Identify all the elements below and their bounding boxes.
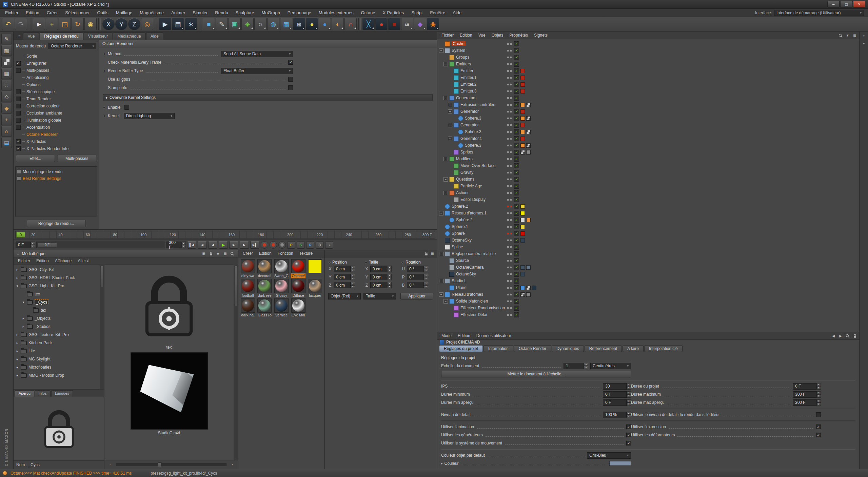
- render-setting-checkbox[interactable]: ✓: [16, 61, 21, 66]
- interface-dropdown[interactable]: Interface de démarrage (Utilisateur) ▾: [774, 10, 864, 16]
- enable-check-icon[interactable]: ✓: [514, 68, 519, 74]
- object-system[interactable]: −System✓: [437, 47, 859, 54]
- attr-input-dur-e-maximum-stepper[interactable]: ▲▼: [816, 391, 821, 398]
- render-setting-checkbox[interactable]: [16, 104, 21, 108]
- workplane-mode-button[interactable]: ▦: [1, 68, 12, 79]
- render-visibility-dot[interactable]: [510, 239, 512, 242]
- browser-folder-tex[interactable]: tex: [14, 290, 100, 298]
- expand-arrow-icon[interactable]: ▸: [22, 317, 25, 320]
- dock-handle-icon[interactable]: ≡: [861, 33, 867, 39]
- enable-check-icon[interactable]: ✓: [514, 245, 519, 250]
- editor-visibility-dot[interactable]: [507, 232, 509, 235]
- object-generator-1[interactable]: −Generator.1✓: [437, 135, 859, 142]
- goto-end-button[interactable]: ▶▌: [250, 241, 259, 249]
- enable-check-icon[interactable]: ✓: [514, 285, 519, 290]
- object-tag-icon[interactable]: [520, 238, 525, 243]
- object-menu-objets[interactable]: Objets: [489, 32, 507, 39]
- object-tag-icon[interactable]: [520, 150, 525, 154]
- enable-check-icon[interactable]: ✓: [514, 116, 519, 121]
- object-generators[interactable]: −Generators✓: [437, 95, 859, 101]
- object-sph-re-2[interactable]: Sphère.2✓: [437, 216, 859, 223]
- render-setting-x-particles-render-info[interactable]: ✓X-Particles Render Info: [15, 145, 97, 152]
- editor-visibility-dot[interactable]: [507, 43, 509, 45]
- render-visibility-dot[interactable]: [510, 43, 512, 45]
- next-key-button[interactable]: ▶: [240, 241, 249, 249]
- main-menu-fen-tre[interactable]: Fenêtre: [427, 9, 449, 17]
- enable-check-icon[interactable]: ✓: [514, 204, 519, 209]
- expand-toggle-icon[interactable]: −: [439, 211, 443, 215]
- editor-visibility-dot[interactable]: [507, 185, 509, 187]
- expand-toggle-icon[interactable]: −: [439, 292, 443, 297]
- attr-input-dur-e-minimum[interactable]: 0 F▲▼: [603, 391, 631, 398]
- add-light-menu[interactable]: ●: [306, 18, 318, 30]
- coordinate-system-toggle[interactable]: ◎: [141, 18, 153, 30]
- editor-visibility-dot[interactable]: [507, 165, 509, 167]
- checkbox-enable[interactable]: [124, 105, 129, 110]
- expand-arrow-icon[interactable]: ▸: [16, 349, 19, 353]
- render-setting-correction-couleur[interactable]: Correction couleur: [15, 102, 97, 109]
- object-tag-icon[interactable]: [520, 292, 525, 297]
- enable-check-icon[interactable]: ✓: [514, 129, 519, 134]
- editor-visibility-dot[interactable]: [507, 239, 509, 242]
- editor-visibility-dot[interactable]: [507, 63, 509, 65]
- stepper-down-icon[interactable]: ▼: [816, 386, 821, 390]
- object-tag-icon[interactable]: [526, 150, 531, 154]
- enable-check-icon[interactable]: ✓: [514, 299, 519, 304]
- object-tag-icon[interactable]: [526, 103, 531, 107]
- lock-x-axis-toggle[interactable]: X: [102, 18, 115, 30]
- object-sph-re-3[interactable]: Sphère.3✓: [437, 128, 859, 135]
- coord-input-rotation-p-stepper[interactable]: ▲▼: [424, 274, 428, 280]
- next-frame-button[interactable]: ▶: [229, 241, 238, 249]
- current-frame-field[interactable]: 0 F▲▼: [16, 242, 35, 248]
- expand-toggle-icon[interactable]: −: [443, 157, 448, 161]
- expand-toggle-icon[interactable]: −: [448, 137, 452, 141]
- browser-folder-cycs[interactable]: ▾_Cycs: [14, 298, 100, 306]
- tab-visualiseur[interactable]: Visualiseur: [84, 33, 112, 40]
- enable-check-icon[interactable]: ✓: [514, 211, 519, 216]
- dropdown-render-buffer-type[interactable]: Float Buffer▾: [221, 68, 293, 74]
- stepper-up-icon[interactable]: ▲: [424, 266, 428, 269]
- enable-check-icon[interactable]: ✓: [514, 62, 519, 67]
- editor-visibility-dot[interactable]: [507, 49, 509, 52]
- editor-visibility-dot[interactable]: [507, 56, 509, 59]
- browser-folder-studios[interactable]: ▸_Studios: [14, 323, 100, 331]
- object-groups[interactable]: Groups✓: [437, 54, 859, 61]
- render-setting-checkbox[interactable]: ✓: [16, 139, 21, 144]
- material-football[interactable]: football: [240, 279, 256, 298]
- object-spline[interactable]: Spline✓: [437, 244, 859, 250]
- effect-button[interactable]: Effet...: [16, 155, 55, 162]
- editor-visibility-dot[interactable]: [507, 131, 509, 133]
- model-mode-button[interactable]: ▧: [1, 45, 12, 56]
- keyframe-selection-button[interactable]: [278, 241, 286, 249]
- enable-check-icon[interactable]: ✓: [514, 123, 519, 128]
- enable-check-icon[interactable]: ✓: [514, 231, 519, 236]
- browser-folder-tex[interactable]: tex: [14, 306, 100, 314]
- add-generator-menu[interactable]: ▣: [229, 18, 241, 30]
- stepper-down-icon[interactable]: ▼: [816, 402, 821, 406]
- render-setting-checkbox[interactable]: [16, 68, 21, 73]
- render-visibility-dot[interactable]: [510, 131, 512, 133]
- enable-check-icon[interactable]: ✓: [514, 150, 519, 155]
- checkbox-check-materials-every-frame[interactable]: ✓: [288, 60, 293, 65]
- preview-tab-infos[interactable]: Infos: [35, 390, 51, 397]
- render-setting-sortie[interactable]: Sortie: [15, 53, 97, 60]
- material-glass-o[interactable]: Glass (o: [257, 298, 273, 317]
- object-tag-icon[interactable]: [520, 89, 525, 94]
- tab-vue[interactable]: Vue: [23, 33, 39, 40]
- main-menu-animer[interactable]: Animer: [167, 9, 189, 17]
- editor-visibility-dot[interactable]: [507, 266, 509, 269]
- checkbox-utiliser-le-syst-me-de-mouvement[interactable]: ✓: [626, 441, 631, 445]
- render-visibility-dot[interactable]: [510, 280, 512, 282]
- color-swatch[interactable]: [609, 461, 631, 466]
- attr-input-ips-stepper[interactable]: ▲▼: [627, 383, 631, 390]
- render-visibility-dot[interactable]: [510, 165, 512, 167]
- minimize-button[interactable]: –: [827, 1, 840, 7]
- object-menu-vue[interactable]: Vue: [475, 32, 489, 39]
- view-grid-icon[interactable]: ▦: [852, 33, 858, 38]
- editor-visibility-dot[interactable]: [507, 199, 509, 201]
- object-tag-icon[interactable]: [520, 76, 525, 80]
- prev-frame-button[interactable]: ◀: [208, 241, 217, 249]
- enable-check-icon[interactable]: ✓: [514, 265, 519, 270]
- editor-visibility-dot[interactable]: [507, 138, 509, 140]
- enable-check-icon[interactable]: ✓: [514, 217, 519, 223]
